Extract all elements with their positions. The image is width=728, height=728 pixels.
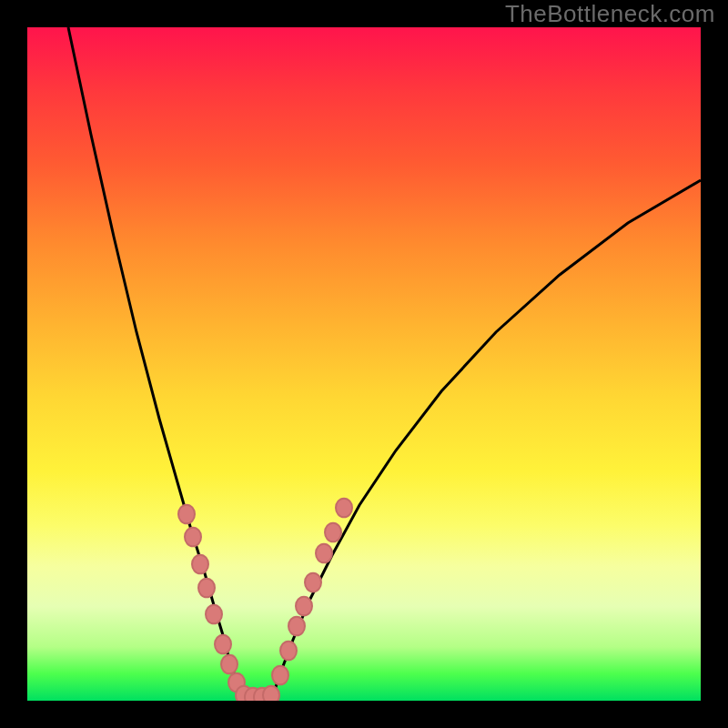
marker-point xyxy=(192,555,208,574)
marker-point xyxy=(280,642,297,661)
marker-point xyxy=(215,635,231,654)
marker-point xyxy=(336,499,352,518)
plot-area xyxy=(27,27,701,701)
marker-point xyxy=(206,605,222,624)
marker-point xyxy=(296,597,312,616)
marker-point xyxy=(272,666,288,685)
marker-point xyxy=(325,523,341,542)
curve-right-branch xyxy=(271,180,701,701)
marker-point xyxy=(185,528,201,547)
marker-point xyxy=(288,617,305,636)
chart-overlay xyxy=(27,27,701,701)
marker-group xyxy=(178,499,352,701)
marker-point xyxy=(198,579,215,598)
marker-point xyxy=(221,655,238,674)
marker-point xyxy=(305,573,321,592)
watermark-text: TheBottleneck.com xyxy=(505,0,715,28)
curve-left-branch xyxy=(68,27,244,701)
chart-frame: TheBottleneck.com xyxy=(0,0,728,728)
marker-point xyxy=(178,505,195,524)
marker-point xyxy=(263,686,279,701)
marker-point xyxy=(316,544,332,563)
